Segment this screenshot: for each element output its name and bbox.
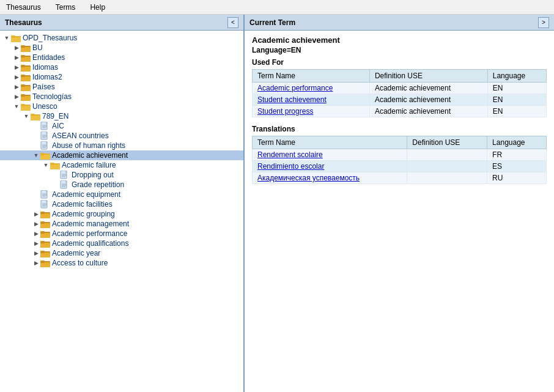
svg-rect-23 xyxy=(21,104,25,106)
expand-panel-button[interactable]: > xyxy=(538,17,549,28)
svg-rect-5 xyxy=(21,45,25,48)
tree-item-aic[interactable]: AIC xyxy=(0,121,243,131)
tree-item-dropping_out[interactable]: Dropping out xyxy=(0,170,243,180)
tree-item-tecnologias[interactable]: ▶Tecnologías xyxy=(0,92,243,102)
tree-item-bu[interactable]: ▶BU xyxy=(0,43,243,53)
tree-label-abuse: Abuse of human rights xyxy=(52,141,125,150)
menu-thesaurus[interactable]: Thesaurus xyxy=(2,2,45,13)
tree-label-opd: OPD_Thesaurus xyxy=(23,34,77,42)
tree-label-idiomas: Idiomas xyxy=(32,63,58,72)
svg-rect-2 xyxy=(11,35,15,38)
translation-term-link[interactable]: Rendimiento escolar xyxy=(253,161,407,172)
tree-toggle-entidades[interactable]: ▶ xyxy=(12,53,21,62)
menu-help[interactable]: Help xyxy=(86,2,109,13)
used-for-term-link[interactable]: Student achievement xyxy=(253,94,370,106)
svg-rect-4 xyxy=(21,47,31,52)
tree-item-grade_rep[interactable]: Grade repetition xyxy=(0,180,243,190)
translation-definition_use xyxy=(407,172,487,184)
tree-label-access_culture: Access to culture xyxy=(52,259,108,267)
tree-label-academic_qual: Academic qualifications xyxy=(52,239,128,248)
tree-toggle-academic_mgmt[interactable]: ▶ xyxy=(32,220,40,228)
used-for-col-def: Definition USE xyxy=(369,70,487,83)
tree-toggle-academic_year[interactable]: ▶ xyxy=(32,249,40,257)
tree-item-academic_ach[interactable]: ▼Academic achievement xyxy=(0,150,243,160)
tree-item-academic_equip[interactable]: Academic equipment xyxy=(0,190,243,199)
tree-toggle-idiomas2[interactable]: ▶ xyxy=(12,73,21,81)
svg-rect-43 xyxy=(40,155,50,160)
translation-term-link[interactable]: Rendement scolaire xyxy=(253,149,407,161)
tree-label-academic_ach: Academic achievement xyxy=(52,151,128,160)
tree-item-academic_fac[interactable]: Academic facilities xyxy=(0,199,243,209)
tree-item-academic_qual[interactable]: ▶Academic qualifications xyxy=(0,239,243,248)
tree-toggle-bu[interactable]: ▶ xyxy=(12,43,21,52)
left-panel-title: Thesaurus xyxy=(5,18,42,27)
tree-container[interactable]: ▼OPD_Thesaurus▶BU▶Entidades▶Idiomas▶Idio… xyxy=(0,31,243,392)
collapse-panel-button[interactable]: < xyxy=(227,17,238,28)
tree-label-academic_fail: Academic failure xyxy=(62,161,116,169)
folder-icon-entidades xyxy=(21,54,31,62)
translation-definition_use xyxy=(407,149,487,161)
tree-toggle-idiomas[interactable]: ▶ xyxy=(12,63,21,72)
translation-language: ES xyxy=(487,161,547,172)
svg-rect-81 xyxy=(40,253,50,257)
tree-item-idiomas2[interactable]: ▶Idiomas2 xyxy=(0,72,243,82)
tree-toggle-access_culture[interactable]: ▶ xyxy=(32,259,40,267)
tree-item-academic_fail[interactable]: ▼Academic failure xyxy=(0,160,243,170)
tree-toggle-academic_ach[interactable]: ▼ xyxy=(32,151,40,160)
language-label: Language= xyxy=(252,46,291,54)
translation-row: Академическая успеваемостьRU xyxy=(253,172,547,184)
tree-label-academic_mgmt: Academic management xyxy=(52,220,129,228)
svg-rect-16 xyxy=(21,86,31,91)
tree-item-academic_group[interactable]: ▶Academic grouping xyxy=(0,209,243,219)
tree-label-dropping_out: Dropping out xyxy=(72,171,114,179)
svg-rect-14 xyxy=(21,75,25,77)
tree-toggle-opd[interactable]: ▼ xyxy=(2,34,11,42)
tree-item-paises[interactable]: ▶Países xyxy=(0,82,243,92)
used-for-table: Term Name Definition USE Language Academ… xyxy=(252,69,547,117)
svg-rect-8 xyxy=(21,55,25,57)
folder-icon-bu xyxy=(21,44,31,52)
folder-icon-academic_qual xyxy=(40,240,50,248)
tree-toggle-academic_perf[interactable]: ▶ xyxy=(32,229,40,238)
folder-icon-academic_perf xyxy=(40,230,50,238)
svg-rect-85 xyxy=(40,261,45,263)
menu-terms[interactable]: Terms xyxy=(52,2,79,13)
translation-definition_use xyxy=(407,161,487,172)
svg-rect-47 xyxy=(50,163,54,165)
tree-item-idiomas[interactable]: ▶Idiomas xyxy=(0,62,243,72)
doc-icon-grade_rep xyxy=(60,181,70,189)
used-for-term-link[interactable]: Student progress xyxy=(253,106,370,117)
tree-toggle-academic_qual[interactable]: ▶ xyxy=(32,239,40,248)
tree-toggle-academic_fail[interactable]: ▼ xyxy=(42,161,50,169)
tree-item-unesco[interactable]: ▼Unesco xyxy=(0,102,243,111)
tree-item-access_culture[interactable]: ▶Access to culture xyxy=(0,258,243,268)
tree-item-abuse[interactable]: Abuse of human rights xyxy=(0,141,243,150)
doc-icon-asean xyxy=(40,132,50,140)
doc-icon-academic_fac xyxy=(40,201,50,209)
tree-item-academic_mgmt[interactable]: ▶Academic management xyxy=(0,219,243,229)
used-for-language: EN xyxy=(487,94,546,106)
used-for-language: EN xyxy=(487,106,546,117)
tree-toggle-academic_group[interactable]: ▶ xyxy=(32,210,40,218)
svg-rect-69 xyxy=(40,213,50,218)
used-for-term-link[interactable]: Academic performance xyxy=(253,83,370,94)
tree-toggle-unesco[interactable]: ▼ xyxy=(12,102,21,111)
tree-toggle-paises[interactable]: ▶ xyxy=(12,83,21,91)
right-panel: Current Term > Academic achievement Lang… xyxy=(245,15,554,392)
translation-row: Rendement scolaireFR xyxy=(253,149,547,161)
tree-item-entidades[interactable]: ▶Entidades xyxy=(0,53,243,62)
svg-rect-70 xyxy=(40,212,45,214)
tree-toggle-789en[interactable]: ▼ xyxy=(22,112,31,120)
tree-label-academic_group: Academic grouping xyxy=(52,210,115,218)
tree-item-asean[interactable]: ASEAN countries xyxy=(0,131,243,141)
folder-icon-access_culture xyxy=(40,259,50,267)
tree-item-opd[interactable]: ▼OPD_Thesaurus xyxy=(0,33,243,43)
left-panel-header: Thesaurus < xyxy=(0,15,243,31)
tree-label-idiomas2: Idiomas2 xyxy=(32,73,62,81)
tree-toggle-tecnologias[interactable]: ▶ xyxy=(12,92,21,101)
translation-term-link[interactable]: Академическая успеваемость xyxy=(253,172,407,184)
tree-item-academic_year[interactable]: ▶Academic year xyxy=(0,248,243,258)
tree-item-academic_perf[interactable]: ▶Academic performance xyxy=(0,229,243,239)
tree-item-789en[interactable]: ▼789_EN xyxy=(0,111,243,121)
tree-label-789en: 789_EN xyxy=(42,112,68,120)
